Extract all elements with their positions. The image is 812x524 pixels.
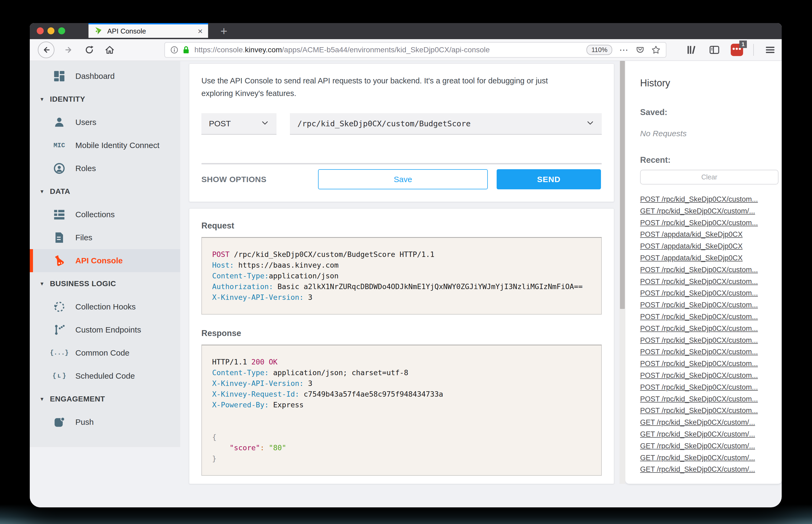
history-recent-link[interactable]: POST /rpc/kid_SkeDjp0CX/custom... (640, 194, 778, 206)
history-recent-link[interactable]: GET /rpc/kid_SkeDjp0CX/custom/... (640, 417, 778, 428)
tab-api-console[interactable]: API Console × (88, 23, 208, 38)
browser-window: API Console × + (30, 23, 782, 507)
console-description: Use the API Console to send real API req… (201, 64, 602, 100)
history-recent-link[interactable]: POST /rpc/kid_SkeDjp0CX/custom... (640, 335, 778, 346)
sidebar-item-common-code[interactable]: {...}Common Code (30, 341, 180, 364)
history-recent-link[interactable]: GET /rpc/kid_SkeDjp0CX/custom/... (640, 206, 778, 217)
sidebar-item-mobile-identity-connect[interactable]: MICMobile Identity Connect (30, 134, 180, 157)
code-line: Content-Type:application/json (212, 271, 591, 281)
history-recent-link[interactable]: GET /rpc/kid_SkeDjp0CX/custom/... (640, 428, 778, 440)
history-recent-link[interactable]: POST /rpc/kid_SkeDjp0CX/custom... (640, 393, 778, 405)
method-value: POST (209, 119, 231, 128)
chevron-down-icon (261, 120, 269, 127)
menu-hamburger-icon[interactable] (764, 44, 776, 56)
history-recent-link[interactable]: POST /appdata/kid_SkeDjp0CX (640, 229, 778, 241)
history-recent-link[interactable]: POST /rpc/kid_SkeDjp0CX/custom... (640, 217, 778, 229)
show-options-toggle[interactable]: SHOW OPTIONS (201, 175, 318, 184)
code-line: X-Kinvey-API-Version: 3 (212, 378, 591, 389)
history-recent-link[interactable]: POST /rpc/kid_SkeDjp0CX/custom... (640, 370, 778, 382)
history-recent-link[interactable]: POST /rpc/kid_SkeDjp0CX/custom... (640, 405, 778, 417)
library-icon[interactable] (686, 44, 698, 56)
url-bar[interactable]: https://console.kinvey.com/apps/ACME-b5a… (164, 42, 666, 58)
history-recent-link[interactable]: POST /rpc/kid_SkeDjp0CX/custom... (640, 382, 778, 393)
history-recent-link[interactable]: POST /rpc/kid_SkeDjp0CX/custom... (640, 311, 778, 323)
zoom-level-badge[interactable]: 110% (586, 45, 612, 55)
history-panel: History Saved: No Requests Recent: Clear… (625, 61, 782, 484)
code-line (212, 421, 591, 432)
content-scrollbar[interactable] (619, 61, 625, 484)
common-code-icon: {...} (52, 349, 66, 356)
home-button[interactable] (104, 44, 116, 56)
new-tab-button[interactable]: + (215, 23, 233, 39)
sidebar-toggle-icon[interactable] (708, 44, 720, 56)
method-select[interactable]: POST (201, 113, 277, 135)
endpoint-select[interactable]: /rpc/kid_SkeDjp0CX/custom/BudgetScore (290, 113, 602, 135)
history-recent-link[interactable]: POST /rpc/kid_SkeDjp0CX/custom... (640, 288, 778, 299)
history-recent-link[interactable]: POST /appdata/kid_SkeDjp0CX (640, 241, 778, 252)
roles-icon (52, 162, 66, 175)
sidebar-section-business-logic[interactable]: ▾BUSINESS LOGIC (30, 272, 180, 295)
history-recent-link[interactable]: POST /rpc/kid_SkeDjp0CX/custom... (640, 276, 778, 288)
forward-button[interactable] (63, 44, 75, 56)
sidebar-item-label: Collection Hooks (76, 302, 136, 311)
tab-close-icon[interactable]: × (198, 27, 203, 35)
zoom-window-button[interactable] (58, 27, 65, 34)
history-recent-link[interactable]: POST /rpc/kid_SkeDjp0CX/custom... (640, 323, 778, 335)
history-recent-link[interactable]: POST /rpc/kid_SkeDjp0CX/custom... (640, 299, 778, 311)
api-console-card: Use the API Console to send real API req… (189, 64, 614, 202)
history-recent-link[interactable]: POST /rpc/kid_SkeDjp0CX/custom... (640, 358, 778, 370)
dashboard-icon (52, 70, 66, 82)
main-area: Use the API Console to send real API req… (180, 61, 619, 507)
toolbar-separator (753, 44, 754, 56)
files-icon (52, 231, 66, 244)
pocket-icon[interactable] (636, 46, 644, 54)
password-extension-icon[interactable]: ••• 1 (731, 44, 743, 56)
sidebar-item-label: Roles (76, 164, 96, 173)
code-line: X-Powered-By: Express (212, 399, 591, 410)
code-line (212, 410, 591, 421)
close-window-button[interactable] (37, 27, 44, 34)
history-recent-link[interactable]: GET /rpc/kid_SkeDjp0CX/custom/... (640, 440, 778, 452)
sidebar-item-dashboard[interactable]: Dashboard (30, 65, 180, 88)
code-line: { (212, 432, 591, 442)
reload-button[interactable] (83, 44, 95, 56)
history-recent-link[interactable]: POST /rpc/kid_SkeDjp0CX/custom... (640, 264, 778, 276)
scheduled-code-icon: { ʟ } (52, 373, 66, 379)
history-recent-link[interactable]: GET /rpc/kid_SkeDjp0CX/custom/... (640, 452, 778, 464)
sidebar-item-push[interactable]: Push (30, 411, 180, 433)
save-button[interactable]: Save (318, 169, 488, 189)
bookmark-star-icon[interactable] (651, 45, 661, 54)
send-button[interactable]: SEND (497, 169, 601, 189)
sidebar-item-users[interactable]: Users (30, 111, 180, 134)
tab-bar: API Console × + (30, 23, 782, 39)
sidebar-item-collection-hooks[interactable]: Collection Hooks (30, 295, 180, 318)
back-arrow-icon (42, 45, 51, 54)
sidebar-item-custom-endpoints[interactable]: Custom Endpoints (30, 318, 180, 341)
history-recent-link[interactable]: POST /appdata/kid_SkeDjp0CX (640, 252, 778, 264)
sidebar-item-api-console[interactable]: API Console (30, 249, 180, 272)
sidebar-section-label: IDENTITY (50, 95, 85, 103)
chevron-down-icon (586, 120, 594, 127)
saved-empty-text: No Requests (640, 129, 778, 138)
request-title: Request (201, 209, 602, 231)
minimize-window-button[interactable] (48, 27, 54, 34)
history-recent-link[interactable]: GET /rpc/kid_SkeDjp0CX/custom/... (640, 464, 778, 475)
saved-label: Saved: (640, 108, 778, 117)
sidebar-item-scheduled-code[interactable]: { ʟ }Scheduled Code (30, 364, 180, 388)
sidebar-item-label: Scheduled Code (76, 372, 135, 380)
scrollbar-thumb[interactable] (620, 61, 625, 309)
page-content: Dashboard▾IDENTITYUsersMICMobile Identit… (30, 61, 782, 507)
sidebar-item-roles[interactable]: Roles (30, 157, 180, 180)
sidebar-item-files[interactable]: Files (30, 226, 180, 249)
sidebar-section-engagement[interactable]: ▾ENGAGEMENT (30, 388, 180, 411)
site-info-icon[interactable] (170, 46, 178, 54)
page-actions-icon[interactable]: ⋯ (619, 47, 629, 52)
sidebar-section-data[interactable]: ▾DATA (30, 180, 180, 203)
clear-history-button[interactable]: Clear (640, 170, 778, 184)
sidebar: Dashboard▾IDENTITYUsersMICMobile Identit… (30, 61, 180, 507)
sidebar-item-collections[interactable]: Collections (30, 203, 180, 226)
sidebar-section-identity[interactable]: ▾IDENTITY (30, 88, 180, 111)
sidebar-item-label: Push (76, 417, 94, 427)
back-button[interactable] (38, 42, 54, 58)
history-recent-link[interactable]: POST /rpc/kid_SkeDjp0CX/custom... (640, 346, 778, 358)
